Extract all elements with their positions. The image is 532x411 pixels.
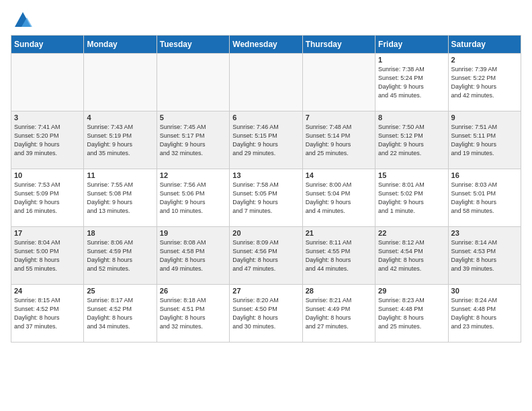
calendar-cell: 11Sunrise: 7:55 AMSunset: 5:08 PMDayligh… [84, 169, 157, 227]
day-number: 1 [378, 56, 445, 64]
day-number: 13 [232, 171, 299, 179]
day-number: 16 [451, 171, 518, 179]
day-info: Sunrise: 7:45 AMSunset: 5:17 PMDaylight:… [160, 123, 226, 158]
weekday-header-thursday: Thursday [302, 36, 375, 54]
day-number: 15 [378, 171, 445, 179]
weekday-header-sunday: Sunday [11, 36, 84, 54]
calendar-cell: 17Sunrise: 8:04 AMSunset: 5:00 PMDayligh… [11, 227, 84, 285]
day-info: Sunrise: 8:17 AMSunset: 4:52 PMDaylight:… [87, 296, 153, 331]
calendar: SundayMondayTuesdayWednesdayThursdayFrid… [11, 35, 521, 342]
calendar-cell: 4Sunrise: 7:43 AMSunset: 5:19 PMDaylight… [84, 111, 157, 169]
calendar-cell: 21Sunrise: 8:11 AMSunset: 4:55 PMDayligh… [302, 227, 375, 285]
calendar-cell: 28Sunrise: 8:21 AMSunset: 4:49 PMDayligh… [302, 285, 375, 342]
calendar-cell: 3Sunrise: 7:41 AMSunset: 5:20 PMDaylight… [11, 111, 84, 169]
calendar-cell [157, 54, 229, 111]
calendar-cell: 10Sunrise: 7:53 AMSunset: 5:09 PMDayligh… [11, 169, 84, 227]
day-number: 18 [87, 229, 153, 237]
day-info: Sunrise: 7:55 AMSunset: 5:08 PMDaylight:… [87, 181, 153, 216]
calendar-cell: 27Sunrise: 8:20 AMSunset: 4:50 PMDayligh… [230, 285, 302, 342]
day-info: Sunrise: 8:12 AMSunset: 4:54 PMDaylight:… [378, 238, 445, 273]
calendar-cell: 1Sunrise: 7:38 AMSunset: 5:24 PMDaylight… [375, 54, 448, 111]
day-number: 5 [160, 113, 226, 122]
day-info: Sunrise: 7:41 AMSunset: 5:20 PMDaylight:… [14, 123, 81, 158]
day-number: 22 [378, 229, 445, 237]
day-number: 9 [451, 113, 518, 122]
day-number: 6 [232, 113, 299, 122]
calendar-cell: 9Sunrise: 7:51 AMSunset: 5:11 PMDaylight… [448, 111, 521, 169]
day-info: Sunrise: 8:08 AMSunset: 4:58 PMDaylight:… [160, 238, 226, 273]
week-row-2: 3Sunrise: 7:41 AMSunset: 5:20 PMDaylight… [11, 111, 521, 169]
calendar-cell: 22Sunrise: 8:12 AMSunset: 4:54 PMDayligh… [375, 227, 448, 285]
day-number: 14 [306, 171, 372, 179]
day-number: 11 [87, 171, 153, 179]
calendar-cell: 20Sunrise: 8:09 AMSunset: 4:56 PMDayligh… [230, 227, 302, 285]
day-info: Sunrise: 7:51 AMSunset: 5:11 PMDaylight:… [451, 123, 518, 158]
day-number: 10 [14, 171, 81, 179]
day-number: 21 [306, 229, 372, 237]
day-info: Sunrise: 8:14 AMSunset: 4:53 PMDaylight:… [451, 238, 518, 273]
calendar-cell [230, 54, 302, 111]
week-row-1: 1Sunrise: 7:38 AMSunset: 5:24 PMDaylight… [11, 54, 521, 111]
calendar-cell: 24Sunrise: 8:15 AMSunset: 4:52 PMDayligh… [11, 285, 84, 342]
weekday-header-wednesday: Wednesday [230, 36, 302, 54]
day-info: Sunrise: 8:09 AMSunset: 4:56 PMDaylight:… [232, 238, 299, 273]
day-info: Sunrise: 7:39 AMSunset: 5:22 PMDaylight:… [451, 65, 518, 100]
week-row-5: 24Sunrise: 8:15 AMSunset: 4:52 PMDayligh… [11, 285, 521, 342]
calendar-cell: 23Sunrise: 8:14 AMSunset: 4:53 PMDayligh… [448, 227, 521, 285]
day-info: Sunrise: 8:04 AMSunset: 5:00 PMDaylight:… [14, 238, 81, 273]
day-number: 4 [87, 113, 153, 122]
weekday-header-tuesday: Tuesday [157, 36, 229, 54]
calendar-cell: 7Sunrise: 7:48 AMSunset: 5:14 PMDaylight… [302, 111, 375, 169]
day-number: 17 [14, 229, 81, 237]
calendar-cell: 25Sunrise: 8:17 AMSunset: 4:52 PMDayligh… [84, 285, 157, 342]
day-info: Sunrise: 7:38 AMSunset: 5:24 PMDaylight:… [378, 65, 445, 100]
day-number: 2 [451, 56, 518, 64]
day-number: 28 [306, 287, 372, 295]
day-info: Sunrise: 7:56 AMSunset: 5:06 PMDaylight:… [160, 181, 226, 216]
weekday-header-saturday: Saturday [448, 36, 521, 54]
calendar-cell [11, 54, 84, 111]
calendar-cell: 16Sunrise: 8:03 AMSunset: 5:01 PMDayligh… [448, 169, 521, 227]
calendar-cell [302, 54, 375, 111]
day-number: 24 [14, 287, 81, 295]
day-number: 25 [87, 287, 153, 295]
calendar-cell: 15Sunrise: 8:01 AMSunset: 5:02 PMDayligh… [375, 169, 448, 227]
logo-icon [13, 11, 32, 30]
day-number: 29 [378, 287, 445, 295]
calendar-cell: 14Sunrise: 8:00 AMSunset: 5:04 PMDayligh… [302, 169, 375, 227]
day-number: 30 [451, 287, 518, 295]
day-number: 7 [306, 113, 372, 122]
calendar-cell: 18Sunrise: 8:06 AMSunset: 4:59 PMDayligh… [84, 227, 157, 285]
day-number: 3 [14, 113, 81, 122]
day-number: 23 [451, 229, 518, 237]
calendar-cell: 12Sunrise: 7:56 AMSunset: 5:06 PMDayligh… [157, 169, 229, 227]
calendar-cell: 5Sunrise: 7:45 AMSunset: 5:17 PMDaylight… [157, 111, 229, 169]
day-info: Sunrise: 7:58 AMSunset: 5:05 PMDaylight:… [232, 181, 299, 216]
day-info: Sunrise: 8:24 AMSunset: 4:48 PMDaylight:… [451, 296, 518, 331]
calendar-cell: 30Sunrise: 8:24 AMSunset: 4:48 PMDayligh… [448, 285, 521, 342]
week-row-3: 10Sunrise: 7:53 AMSunset: 5:09 PMDayligh… [11, 169, 521, 227]
day-info: Sunrise: 8:15 AMSunset: 4:52 PMDaylight:… [14, 296, 81, 331]
day-info: Sunrise: 8:20 AMSunset: 4:50 PMDaylight:… [232, 296, 299, 331]
day-info: Sunrise: 7:50 AMSunset: 5:12 PMDaylight:… [378, 123, 445, 158]
day-info: Sunrise: 8:01 AMSunset: 5:02 PMDaylight:… [378, 181, 445, 216]
day-info: Sunrise: 8:18 AMSunset: 4:51 PMDaylight:… [160, 296, 226, 331]
day-number: 20 [232, 229, 299, 237]
day-info: Sunrise: 8:23 AMSunset: 4:48 PMDaylight:… [378, 296, 445, 331]
day-number: 27 [232, 287, 299, 295]
day-number: 12 [160, 171, 226, 179]
weekday-header-row: SundayMondayTuesdayWednesdayThursdayFrid… [11, 36, 521, 54]
day-info: Sunrise: 7:53 AMSunset: 5:09 PMDaylight:… [14, 181, 81, 216]
calendar-cell: 26Sunrise: 8:18 AMSunset: 4:51 PMDayligh… [157, 285, 229, 342]
week-row-4: 17Sunrise: 8:04 AMSunset: 5:00 PMDayligh… [11, 227, 521, 285]
calendar-cell: 13Sunrise: 7:58 AMSunset: 5:05 PMDayligh… [230, 169, 302, 227]
day-info: Sunrise: 8:06 AMSunset: 4:59 PMDaylight:… [87, 238, 153, 273]
day-info: Sunrise: 8:00 AMSunset: 5:04 PMDaylight:… [306, 181, 372, 216]
day-number: 19 [160, 229, 226, 237]
calendar-cell: 29Sunrise: 8:23 AMSunset: 4:48 PMDayligh… [375, 285, 448, 342]
calendar-cell: 19Sunrise: 8:08 AMSunset: 4:58 PMDayligh… [157, 227, 229, 285]
day-info: Sunrise: 8:11 AMSunset: 4:55 PMDaylight:… [306, 238, 372, 273]
header [11, 11, 521, 30]
day-number: 26 [160, 287, 226, 295]
page: SundayMondayTuesdayWednesdayThursdayFrid… [0, 0, 532, 411]
